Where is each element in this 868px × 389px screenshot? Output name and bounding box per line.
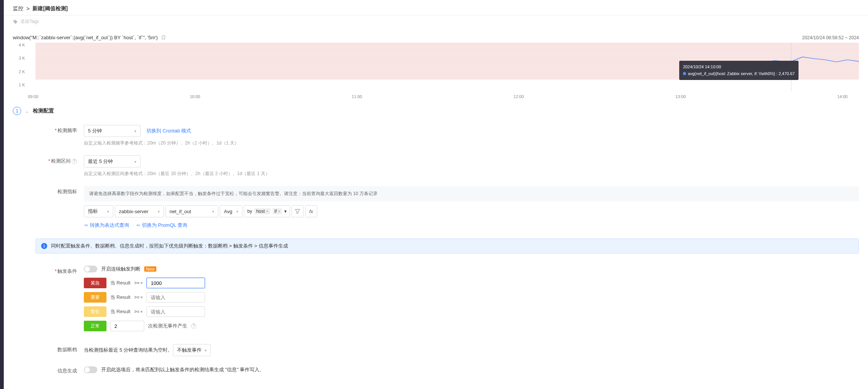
expression-query-link[interactable]: 转换为表达式查询 [84, 222, 129, 229]
help-icon[interactable]: ? [191, 323, 196, 329]
severity-urgent: 紧急 [84, 278, 106, 288]
warn-threshold-input[interactable] [146, 306, 205, 317]
normal-count-input[interactable] [110, 321, 144, 331]
add-tags-button[interactable]: 添加Tags [20, 18, 39, 25]
operator-select[interactable]: >= ▾ [134, 295, 143, 300]
metric-warning: 请避免选择高基数字段作为检测维度，如果配置不当，触发条件过于宽松，可能会引发频繁… [84, 186, 859, 201]
fx-button[interactable]: fx [305, 205, 317, 217]
promql-query-link[interactable]: 切换为 PromQL 查询 [136, 222, 187, 229]
svg-point-0 [14, 20, 15, 21]
left-sidebar[interactable] [0, 0, 4, 389]
frequency-select[interactable]: 5 分钟▾ [84, 125, 140, 137]
copy-icon[interactable] [161, 35, 166, 40]
toggle-label: 开启连续触发判断 [101, 266, 140, 272]
metric-by-select[interactable]: by host× if× ▾ [244, 205, 290, 217]
step-number: 1 [13, 107, 21, 115]
infogen-text: 开启此选项后，将未匹配到以上触发条件的检测结果生成 "信息" 事件写入。 [101, 366, 264, 373]
operator-select[interactable]: >= ▾ [134, 309, 143, 314]
frequency-hint: 自定义输入检测频率参考格式：20m（20 分钟）、2h（2 小时）、1d（1 天… [84, 140, 859, 146]
important-threshold-input[interactable] [146, 292, 205, 303]
info-icon: i [41, 243, 47, 249]
breadcrumb: 监控 > 新建[阈值检测] [13, 5, 859, 12]
help-icon[interactable]: ? [72, 159, 77, 164]
filter-button[interactable] [291, 205, 304, 217]
gap-text: 当检测指标最近 5 分钟查询结果为空时, [84, 347, 169, 354]
urgent-threshold-input[interactable] [146, 278, 205, 288]
interval-hint: 自定义输入检测区间参考格式：20m（最近 20 分钟）、2h（最近 2 小时）、… [84, 171, 859, 177]
chevron-down-icon[interactable]: ⌄ [25, 108, 29, 114]
metric-field-select[interactable]: net_if_out▾ [165, 205, 218, 217]
breadcrumb-parent[interactable]: 监控 [13, 5, 23, 12]
interval-select[interactable]: 最近 5 分钟▾ [84, 155, 140, 168]
metric-agg-select[interactable]: Avg▾ [220, 205, 242, 217]
priority-info-alert: i 同时配置触发条件、数据断档、信息生成时，按照如下优先级判断触发：数据断档 >… [35, 238, 859, 254]
continuous-trigger-toggle[interactable] [84, 266, 97, 272]
tag-icon [13, 19, 18, 25]
severity-normal: 正常 [84, 321, 106, 331]
metric-source-select[interactable]: zabbix-server▾ [115, 205, 164, 217]
remove-tag-icon[interactable]: × [278, 209, 280, 214]
new-badge: New [144, 266, 156, 272]
section-title: 检测配置 [33, 108, 54, 114]
chart-tooltip: 2024/10/24 14:10:00 avg(net_if_out){host… [679, 61, 799, 80]
preview-chart[interactable]: 4 K 3 K 2 K 1 K 09:00 10:00 11:00 12:00 [13, 43, 859, 95]
crontab-mode-link[interactable]: 切换到 Crontab 模式 [146, 128, 191, 134]
gap-action-select[interactable]: 不触发事件▾ [173, 344, 211, 356]
severity-warn: 警告 [84, 306, 106, 317]
operator-select[interactable]: >= ▾ [134, 280, 143, 286]
metric-type-select[interactable]: 指标▾ [84, 205, 113, 217]
severity-important: 重要 [84, 292, 106, 303]
remove-tag-icon[interactable]: × [266, 209, 268, 214]
time-range: 2024/10/24 08:58:52 ~ 2024 [802, 35, 859, 40]
info-gen-toggle[interactable] [84, 366, 97, 373]
breadcrumb-current: 新建[阈值检测] [32, 5, 68, 12]
query-expression: window("M::`zabbix-server`:(avg(`net_if_… [13, 35, 158, 40]
